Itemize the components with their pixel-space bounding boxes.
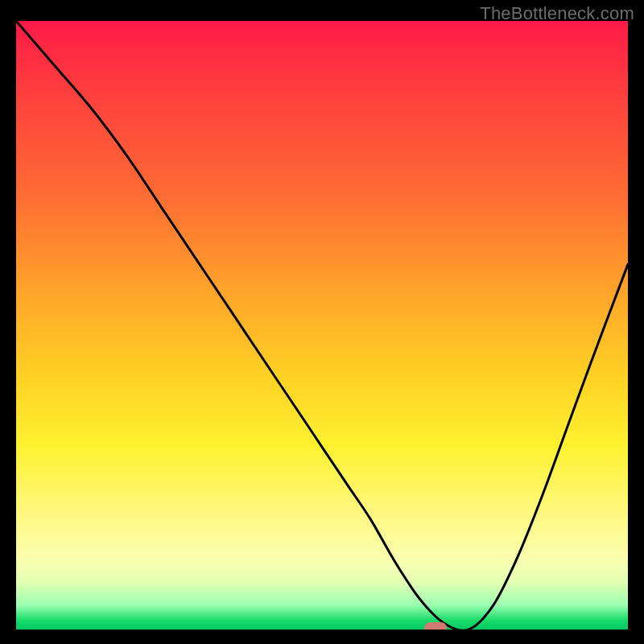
optimum-marker	[424, 622, 447, 630]
plot-area	[16, 21, 628, 630]
curve-path	[16, 21, 628, 630]
chart-frame: TheBottleneck.com	[0, 0, 644, 644]
watermark-text: TheBottleneck.com	[480, 3, 634, 24]
bottleneck-curve	[16, 21, 628, 630]
